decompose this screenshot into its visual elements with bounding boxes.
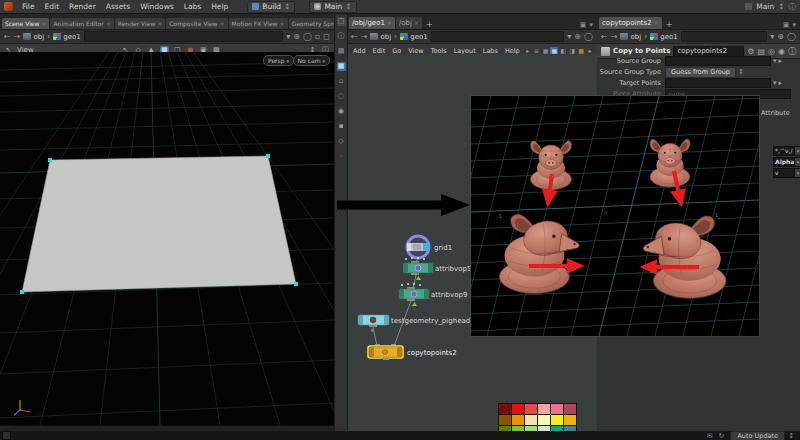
close-icon[interactable]: ×	[387, 21, 392, 25]
tab-animation-editor[interactable]: Animation Editor×	[50, 18, 113, 29]
close-icon[interactable]: ×	[157, 22, 162, 26]
updown-icon[interactable]: ↕	[778, 2, 784, 11]
info-icon[interactable]: ⓘ	[337, 32, 346, 41]
breadcrumb-obj[interactable]: obj	[620, 33, 641, 41]
menu-labs[interactable]: Labs	[179, 2, 206, 11]
palette-swatch[interactable]	[512, 404, 524, 414]
attribute-v-field[interactable]: v	[773, 168, 796, 178]
node-grid1[interactable]: grid1	[407, 236, 452, 258]
lock-icon[interactable]: ▫	[337, 77, 346, 86]
tab-copytopoints2[interactable]: copytopoints2×	[599, 17, 662, 29]
tab-composite-view[interactable]: Composite View×	[166, 18, 227, 29]
pin-icon[interactable]: ⊕	[574, 32, 581, 41]
chevron-down-icon[interactable]: ▾	[792, 21, 796, 29]
chevron-down-icon[interactable]: ▾	[794, 157, 800, 167]
new-tab-button[interactable]: +	[423, 20, 436, 29]
link-icon[interactable]: ◯	[584, 32, 593, 41]
chevron-down-icon[interactable]: ▾	[770, 32, 774, 41]
select-arrow-icon[interactable]: ▸	[779, 79, 783, 87]
attribute-alpha-field[interactable]: Alpha	[773, 157, 796, 167]
node-copytopoints2[interactable]: copytopoints2	[368, 344, 457, 360]
back-icon[interactable]: ←	[351, 32, 358, 41]
pin-icon[interactable]: ⊕	[777, 32, 784, 41]
menu-edit[interactable]: Edit	[40, 2, 65, 11]
palette-swatch[interactable]	[538, 415, 550, 425]
menu-help[interactable]: Help	[206, 2, 233, 11]
path-field[interactable]	[681, 31, 768, 42]
close-icon[interactable]: ×	[654, 21, 659, 25]
back-icon[interactable]: ←	[601, 32, 608, 41]
wireframe-icon[interactable]: ◇	[337, 137, 346, 146]
material-icon[interactable]: ▪	[337, 122, 346, 131]
node-testgeometry-pighead1[interactable]: testgeometry_pighead1	[358, 315, 475, 332]
tab-motion-fx-view[interactable]: Motion FX View×	[229, 18, 288, 29]
message-icon[interactable]: ✉	[707, 432, 713, 440]
refresh-icon[interactable]: ↻	[719, 432, 725, 440]
link-icon[interactable]: ◯	[303, 32, 312, 41]
palette-swatch[interactable]	[499, 404, 511, 414]
scene-viewport[interactable]: Persp▾ No cam▾	[0, 52, 334, 425]
layout-icon[interactable]: ◻	[323, 32, 330, 41]
breadcrumb-obj[interactable]: obj	[370, 33, 391, 41]
menu-windows[interactable]: Windows	[135, 2, 178, 11]
headlight-icon[interactable]: ◉	[337, 107, 346, 116]
palette-swatch[interactable]	[499, 415, 511, 425]
camera-dropdown[interactable]: No cam▾	[293, 55, 330, 66]
layout-single-icon[interactable]: □	[337, 17, 346, 26]
palette-swatch[interactable]	[551, 415, 563, 425]
attribute-pattern-field[interactable]: *,^v,/	[773, 146, 796, 156]
tab-obj-geo1[interactable]: /obj/geo1×	[349, 17, 395, 29]
menu-assets[interactable]: Assets	[101, 2, 135, 11]
back-icon[interactable]: ←	[4, 32, 11, 41]
palette-swatch[interactable]	[551, 404, 563, 414]
chevron-down-icon[interactable]: ▾	[794, 146, 800, 156]
tab-obj[interactable]: /obj×	[396, 17, 422, 29]
node-attribvop5[interactable]: attribvop5	[403, 257, 471, 280]
new-tab-button[interactable]: +	[663, 20, 676, 29]
path-field[interactable]	[84, 31, 283, 42]
shelf-set-build-dropdown[interactable]: Build ↕	[247, 1, 295, 13]
palette-swatch[interactable]	[525, 415, 537, 425]
forward-icon[interactable]: →	[14, 32, 21, 41]
pane-menu-icon[interactable]: ▣	[580, 21, 587, 29]
snap-icon[interactable]: ▦	[337, 62, 346, 71]
close-icon[interactable]: ×	[280, 22, 285, 26]
palette-swatch[interactable]	[538, 404, 550, 414]
shading-icon[interactable]: ▤	[337, 47, 346, 56]
menu-file[interactable]: File	[17, 2, 40, 11]
breadcrumb-geo1[interactable]: geo1	[650, 33, 678, 41]
chevron-down-icon[interactable]: ▾	[794, 168, 800, 178]
menu-render[interactable]: Render	[64, 2, 101, 11]
tab-render-view[interactable]: Render View×	[115, 18, 166, 29]
link-icon[interactable]: ◯	[787, 32, 796, 41]
chevron-down-icon[interactable]: ▾	[286, 32, 290, 41]
status-flag-icon[interactable]	[2, 431, 11, 440]
pane-menu-icon[interactable]: ▣	[783, 21, 790, 29]
grid-plane[interactable]	[22, 156, 296, 292]
chevron-down-icon[interactable]: ▾	[773, 57, 777, 65]
close-icon[interactable]: ×	[106, 22, 111, 26]
desktop-main-dropdown[interactable]: Main ↕	[309, 1, 356, 13]
source-group-type-dropdown[interactable]: Guess from Group	[665, 67, 736, 78]
chevron-down-icon[interactable]: ▾	[589, 21, 593, 29]
breadcrumb-geo1[interactable]: geo1	[400, 33, 428, 41]
target-points-input[interactable]	[665, 78, 771, 88]
points-icon[interactable]: ◦	[337, 152, 346, 161]
chevron-down-icon[interactable]: ▾	[567, 32, 571, 41]
light-icon[interactable]: ◌	[337, 92, 346, 101]
palette-swatch[interactable]	[564, 404, 576, 414]
path-field[interactable]	[431, 31, 565, 42]
palette-swatch[interactable]	[512, 415, 524, 425]
auto-update-dropdown[interactable]: Auto Update	[730, 431, 785, 440]
tab-scene-view[interactable]: Scene View×	[2, 18, 49, 29]
close-icon[interactable]: ×	[220, 22, 225, 26]
palette-swatch[interactable]	[525, 404, 537, 414]
updown-icon[interactable]: ↕	[788, 432, 794, 440]
close-icon[interactable]: ×	[41, 22, 46, 26]
chevron-down-icon[interactable]: ▾	[773, 79, 777, 87]
forward-icon[interactable]: →	[611, 32, 618, 41]
tab-geometry-spreadsheet[interactable]: Geometry Spreadsheet×	[289, 18, 334, 29]
select-arrow-icon[interactable]: ▸	[779, 57, 783, 65]
window-main-label[interactable]: Main	[756, 2, 774, 11]
breadcrumb-obj[interactable]: obj	[23, 33, 44, 41]
